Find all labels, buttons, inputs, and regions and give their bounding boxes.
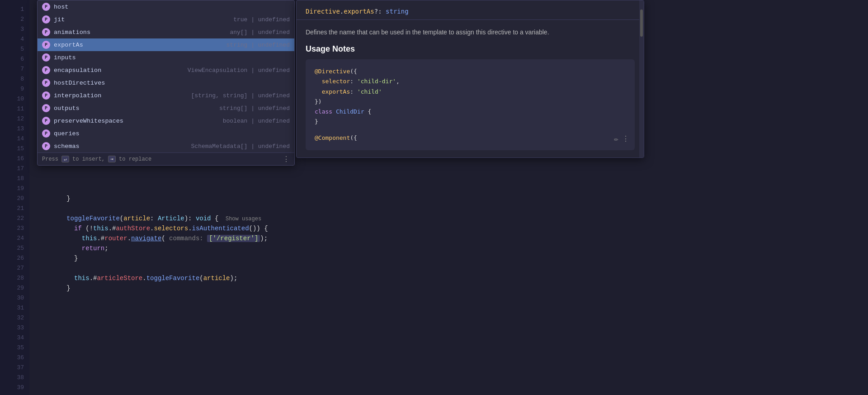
prop-icon: P: [42, 28, 50, 36]
code-line-bracket: }: [32, 184, 868, 194]
item-name-hostdirectives: hostDirectives: [54, 80, 290, 86]
item-type-preservewhitespaces: boolean | undefined: [223, 118, 290, 124]
doc-body: Defines the name that can be used in the…: [297, 20, 644, 157]
prop-icon: P: [42, 129, 50, 138]
autocomplete-item-host[interactable]: P host: [38, 0, 294, 13]
sig-class: Directive: [306, 8, 340, 15]
item-name-inputs: inputs: [54, 54, 290, 61]
doc-description: Defines the name that can be used in the…: [306, 27, 635, 37]
prop-icon: P: [42, 104, 50, 112]
autocomplete-item-interpolation[interactable]: P interpolation [string, string] | undef…: [38, 89, 294, 102]
code-decorator: @Directive: [315, 68, 350, 75]
item-name-encapsulation: encapsulation: [54, 67, 188, 74]
prop-icon: P: [42, 79, 50, 87]
code-line-article-store: this.#articleStore.toggleFavorite(articl…: [32, 263, 868, 273]
sig-property: exportAs: [344, 8, 374, 15]
autocomplete-item-encapsulation[interactable]: P encapsulation ViewEncapsulation | unde…: [38, 64, 294, 76]
sig-colon: :: [378, 8, 382, 15]
doc-scrollbar-thumb[interactable]: [640, 10, 643, 37]
editor-background: 12345 678910 1112131415 1617181920 21222…: [0, 0, 868, 395]
item-name-animations: animations: [54, 29, 230, 36]
documentation-panel: Directive.exportAs?: string Defines the …: [296, 0, 644, 158]
item-name-schemas: schemas: [54, 143, 191, 150]
code-line-toggle-fn: toggleFavorite(article: Article): void {…: [32, 204, 868, 214]
doc-usage-notes-title: Usage Notes: [306, 44, 635, 54]
prop-icon: P: [42, 117, 50, 125]
autocomplete-item-jit[interactable]: P jit true | undefined: [38, 13, 294, 26]
item-type-encapsulation: ViewEncapsulation | undefined: [188, 67, 290, 74]
autocomplete-item-hostdirectives[interactable]: P hostDirectives: [38, 76, 294, 89]
sig-type: string: [386, 8, 409, 15]
doc-signature: Directive.exportAs?: string: [306, 8, 635, 15]
item-name-outputs: outputs: [54, 105, 219, 112]
doc-header: Directive.exportAs?: string: [297, 0, 644, 20]
doc-actions: ✏ ⋮: [614, 133, 629, 145]
item-type-exportas: string | undefined: [226, 42, 290, 48]
insert-hint: Press ↵ to insert, ⇥ to replace: [42, 156, 151, 162]
more-menu-icon[interactable]: ⋮: [283, 155, 290, 164]
prop-icon: P: [42, 66, 50, 74]
item-type-interpolation: [string, string] | undefined: [191, 92, 290, 99]
item-type-animations: any[] | undefined: [230, 29, 290, 36]
doc-scrollbar[interactable]: [639, 0, 644, 157]
item-name-host: host: [54, 4, 290, 10]
replace-key: ⇥: [108, 156, 116, 162]
item-name-preservewhitespaces: preserveWhitespaces: [54, 118, 223, 124]
prop-icon: P: [42, 41, 50, 49]
autocomplete-item-preservewhitespaces[interactable]: P preserveWhitespaces boolean | undefine…: [38, 114, 294, 127]
autocomplete-item-queries[interactable]: P queries: [38, 127, 294, 140]
item-type-outputs: string[] | undefined: [219, 105, 290, 112]
autocomplete-item-schemas[interactable]: P schemas SchemaMetadata[] | undefined: [38, 140, 294, 152]
prop-icon: P: [42, 142, 50, 150]
item-type-jit: true | undefined: [233, 16, 290, 23]
autocomplete-item-exportas[interactable]: P exportAs string | undefined: [38, 38, 294, 51]
autocomplete-item-inputs[interactable]: P inputs: [38, 51, 294, 64]
item-name-interpolation: interpolation: [54, 92, 191, 99]
insert-key: ↵: [61, 156, 69, 162]
autocomplete-item-animations[interactable]: P animations any[] | undefined: [38, 26, 294, 38]
prop-icon: P: [42, 91, 50, 100]
prop-icon: P: [42, 3, 50, 11]
sig-optional: ?: [374, 8, 378, 15]
autocomplete-footer: Press ↵ to insert, ⇥ to replace ⋮: [38, 152, 294, 165]
item-name-jit: jit: [54, 16, 233, 23]
autocomplete-item-outputs[interactable]: P outputs string[] | undefined: [38, 102, 294, 114]
prop-icon: P: [42, 53, 50, 62]
item-type-schemas: SchemaMetadata[] | undefined: [191, 143, 290, 150]
code-line-if-close: }: [32, 243, 868, 253]
item-name-exportas: exportAs: [54, 42, 226, 48]
edit-icon[interactable]: ✏: [614, 133, 618, 145]
item-name-queries: queries: [54, 130, 290, 137]
autocomplete-dropdown: P host P jit true | undefined P animatio…: [37, 0, 295, 166]
more-options-icon[interactable]: ⋮: [622, 133, 629, 145]
doc-code-block: @Directive({ selector: 'child-dir', expo…: [306, 59, 635, 150]
line-numbers: 12345 678910 1112131415 1617181920 21222…: [0, 0, 29, 395]
prop-icon: P: [42, 15, 50, 24]
